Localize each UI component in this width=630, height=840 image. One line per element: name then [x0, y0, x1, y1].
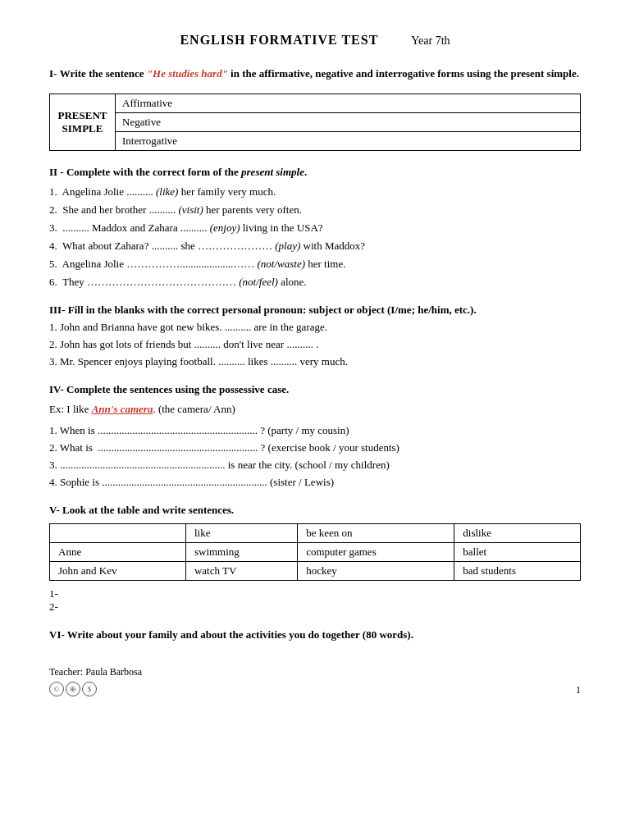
s2-label2: present simple [241, 166, 304, 178]
table-row: Negative [50, 113, 581, 132]
cc-symbol: © [49, 682, 64, 696]
row-name-anne: Anne [50, 543, 186, 562]
cc-license-icon: © ⊕ $ [49, 682, 142, 696]
page-footer: Teacher: Paula Barbosa © ⊕ $ 1 [49, 666, 581, 696]
section-2-title: II - Complete with the correct form of t… [49, 166, 581, 179]
interrogative-cell: Interrogative [116, 132, 581, 151]
table-row: John and Kev watch TV hockey bad student… [50, 562, 581, 581]
section-5-title: V- Look at the table and write sentences… [49, 504, 581, 517]
section-1-instruction: I- Write the sentence "He studies hard" … [49, 67, 581, 80]
s1-sentence: "He studies hard" [147, 67, 228, 80]
row-like-john: watch TV [185, 562, 297, 581]
section-4: IV- Complete the sentences using the pos… [49, 383, 581, 489]
footer-left: Teacher: Paula Barbosa © ⊕ $ [49, 666, 142, 696]
page-title: ENGLISH FORMATIVE TEST [180, 33, 378, 48]
col-header-dislike: dislike [454, 524, 581, 543]
section-5-table: like be keen on dislike Anne swimming co… [49, 523, 581, 581]
year-label: Year 7th [411, 34, 450, 48]
section-3-title: III- Fill in the blanks with the correct… [49, 304, 581, 317]
row-like-anne: swimming [185, 543, 297, 562]
section-2-list: 1. Angelina Jolie .......... (like) her … [49, 185, 581, 289]
section-4-example: Ex: I like Ann's camera. (the camera/ An… [49, 403, 581, 416]
list-item: 2. John has got lots of friends but ....… [49, 338, 581, 351]
list-item: 1. When is .............................… [49, 424, 581, 437]
list-item: 4. Sophie is ...........................… [49, 476, 581, 489]
cc-nc-symbol: $ [82, 682, 97, 696]
list-item: 6. They …………………………………… (not/feel) alone. [49, 276, 581, 289]
present-simple-table: PRESENTSIMPLE Affirmative Negative Inter… [49, 94, 581, 151]
section-3: III- Fill in the blanks with the correct… [49, 304, 581, 368]
page-header: ENGLISH FORMATIVE TEST Year 7th [49, 33, 581, 48]
list-item: 3. .....................................… [49, 459, 581, 472]
table-row: PRESENTSIMPLE Affirmative [50, 94, 581, 113]
list-item: 3. Mr. Spencer enjoys playing football. … [49, 355, 581, 368]
col-header-empty [50, 524, 186, 543]
section-5: V- Look at the table and write sentences… [49, 504, 581, 614]
row-keen-anne: computer games [298, 543, 454, 562]
section-4-items: 1. When is .............................… [49, 424, 581, 489]
section-6: VI- Write about your family and about th… [49, 628, 581, 641]
table-row: Interrogative [50, 132, 581, 151]
row-name-john: John and Kev [50, 562, 186, 581]
section-2: II - Complete with the correct form of t… [49, 166, 581, 289]
affirmative-cell: Affirmative [116, 94, 581, 113]
page-number: 1 [576, 684, 581, 696]
list-item: 4. What about Zahara? .......... she ………… [49, 240, 581, 253]
example-highlight: Ann's camera [92, 403, 153, 415]
list-item: 1. Angelina Jolie .......... (like) her … [49, 185, 581, 199]
ps-label: PRESENTSIMPLE [50, 94, 116, 151]
col-header-like: like [185, 524, 297, 543]
list-item: 2- [49, 600, 581, 614]
row-dislike-john: bad students [454, 562, 581, 581]
s1-text1: Write the sentence [60, 67, 147, 80]
s1-label: I- [49, 67, 57, 80]
section-4-title: IV- Complete the sentences using the pos… [49, 383, 581, 396]
s1-text2: in the affirmative, negative and interro… [228, 67, 579, 80]
section-1: I- Write the sentence "He studies hard" … [49, 67, 581, 151]
table-header-row: like be keen on dislike [50, 524, 581, 543]
teacher-label: Teacher: Paula Barbosa [49, 666, 142, 678]
list-item: 3. .......... Maddox and Zahara ........… [49, 221, 581, 235]
table-row: Anne swimming computer games ballet [50, 543, 581, 562]
list-item: 1- [49, 587, 581, 600]
cc-by-symbol: ⊕ [66, 682, 80, 696]
s2-label: II - Complete with the correct form of t… [49, 166, 241, 178]
list-item: 1. John and Brianna have got new bikes. … [49, 321, 581, 334]
list-item: 5. Angelina Jolie …………….................… [49, 258, 581, 271]
col-header-keen: be keen on [298, 524, 454, 543]
row-dislike-anne: ballet [454, 543, 581, 562]
negative-cell: Negative [116, 113, 581, 132]
row-keen-john: hockey [298, 562, 454, 581]
list-item: 2. She and her brother .......... (visit… [49, 203, 581, 217]
list-item: 2. What is .............................… [49, 441, 581, 454]
section-6-title: VI- Write about your family and about th… [49, 628, 581, 641]
